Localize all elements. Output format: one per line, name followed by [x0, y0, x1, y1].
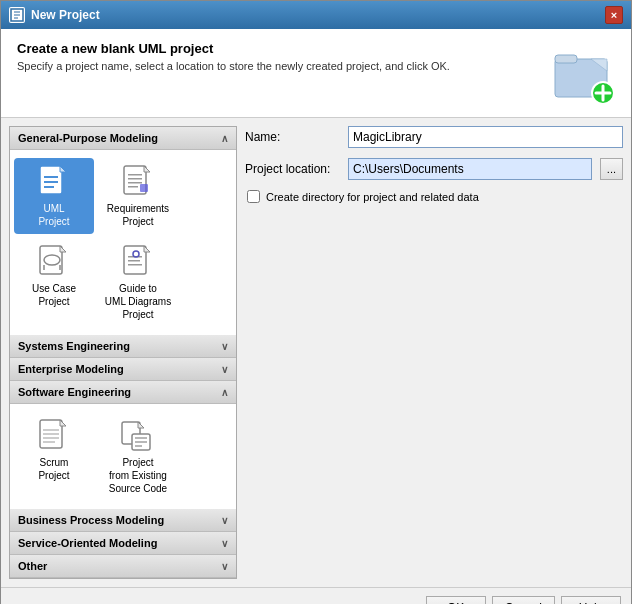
category-bpm[interactable]: Business Process Modeling ∨ [10, 509, 236, 532]
general-items: UMLProject [10, 150, 236, 335]
checkbox-row: Create directory for project and related… [247, 190, 623, 203]
item-requirements[interactable]: RequirementsProject [98, 158, 178, 234]
footer: OK Cancel Help [1, 587, 631, 604]
titlebar-app-icon [9, 7, 25, 23]
titlebar: New Project × [1, 1, 631, 29]
svg-marker-34 [60, 420, 66, 426]
titlebar-left: New Project [9, 7, 100, 23]
category-software-label: Software Engineering [18, 386, 131, 398]
category-soa[interactable]: Service-Oriented Modeling ∨ [10, 532, 236, 555]
svg-rect-13 [44, 181, 58, 183]
chevron-down-other-icon: ∨ [221, 561, 228, 572]
new-project-dialog: New Project × Create a new blank UML pro… [0, 0, 632, 604]
requirements-icon [120, 164, 156, 200]
category-software[interactable]: Software Engineering ∧ [10, 381, 236, 404]
category-other-label: Other [18, 560, 47, 572]
checkbox-label: Create directory for project and related… [266, 191, 479, 203]
category-systems[interactable]: Systems Engineering ∨ [10, 335, 236, 358]
header-section: Create a new blank UML project Specify a… [1, 29, 631, 118]
name-label: Name: [245, 130, 340, 144]
svg-rect-14 [44, 186, 54, 188]
name-row: Name: [245, 126, 623, 148]
main-content: General-Purpose Modeling ∧ [1, 118, 631, 587]
svg-marker-40 [138, 422, 144, 428]
header-description: Specify a project name, select a locatio… [17, 60, 450, 72]
existing-label: Projectfrom ExistingSource Code [109, 456, 167, 495]
category-general-label: General-Purpose Modeling [18, 132, 158, 144]
category-soa-label: Service-Oriented Modeling [18, 537, 157, 549]
category-general[interactable]: General-Purpose Modeling ∧ [10, 127, 236, 150]
cancel-button[interactable]: Cancel [492, 596, 555, 604]
scrum-icon [36, 418, 72, 454]
chevron-up-icon: ∧ [221, 133, 228, 144]
uml-icon [36, 164, 72, 200]
chevron-down-systems-icon: ∨ [221, 341, 228, 352]
left-panel: General-Purpose Modeling ∧ [9, 126, 237, 579]
header-icon [551, 41, 615, 105]
svg-rect-18 [128, 178, 142, 180]
category-other[interactable]: Other ∨ [10, 555, 236, 578]
svg-marker-11 [60, 166, 66, 172]
item-usecase[interactable]: Use CaseProject [14, 238, 94, 327]
svg-rect-37 [43, 437, 59, 439]
svg-rect-17 [128, 174, 142, 176]
category-systems-label: Systems Engineering [18, 340, 130, 352]
header-title: Create a new blank UML project [17, 41, 450, 56]
chevron-down-bpm-icon: ∨ [221, 515, 228, 526]
uml-label: UMLProject [38, 202, 69, 228]
svg-rect-21 [140, 184, 148, 192]
svg-rect-36 [43, 433, 59, 435]
requirements-label: RequirementsProject [107, 202, 169, 228]
titlebar-title: New Project [31, 8, 100, 22]
item-uml[interactable]: UMLProject [14, 158, 94, 234]
svg-marker-23 [60, 246, 66, 252]
header-text: Create a new blank UML project Specify a… [17, 41, 450, 72]
item-scrum[interactable]: ScrumProject [14, 412, 94, 501]
chevron-up-software-icon: ∧ [221, 387, 228, 398]
name-input[interactable] [348, 126, 623, 148]
svg-rect-12 [44, 176, 58, 178]
usecase-label: Use CaseProject [32, 282, 76, 308]
svg-rect-10 [40, 166, 62, 194]
scrum-label: ScrumProject [38, 456, 69, 482]
svg-marker-28 [144, 246, 150, 252]
svg-rect-31 [128, 264, 142, 266]
category-bpm-label: Business Process Modeling [18, 514, 164, 526]
browse-button[interactable]: ... [600, 158, 623, 180]
svg-marker-16 [144, 166, 150, 172]
close-button[interactable]: × [605, 6, 623, 24]
svg-rect-38 [43, 441, 55, 443]
svg-rect-5 [555, 55, 577, 63]
chevron-down-enterprise-icon: ∨ [221, 364, 228, 375]
ok-button[interactable]: OK [426, 596, 486, 604]
usecase-icon [36, 244, 72, 280]
guide-icon [120, 244, 156, 280]
location-row: Project location: ... [245, 158, 623, 180]
create-dir-checkbox[interactable] [247, 190, 260, 203]
item-existing[interactable]: Projectfrom ExistingSource Code [98, 412, 178, 501]
help-button[interactable]: Help [561, 596, 621, 604]
svg-rect-19 [128, 182, 142, 184]
right-panel: Name: Project location: ... Create direc… [245, 126, 623, 579]
guide-label: Guide toUML DiagramsProject [105, 282, 171, 321]
existing-icon [120, 418, 156, 454]
svg-rect-20 [128, 186, 138, 188]
location-label: Project location: [245, 162, 340, 176]
category-enterprise[interactable]: Enterprise Modeling ∨ [10, 358, 236, 381]
location-input[interactable] [348, 158, 592, 180]
category-enterprise-label: Enterprise Modeling [18, 363, 124, 375]
item-guide[interactable]: Guide toUML DiagramsProject [98, 238, 178, 327]
software-items: ScrumProject Projectfrom [10, 404, 236, 509]
chevron-down-soa-icon: ∨ [221, 538, 228, 549]
svg-rect-30 [128, 260, 140, 262]
svg-rect-35 [43, 429, 59, 431]
